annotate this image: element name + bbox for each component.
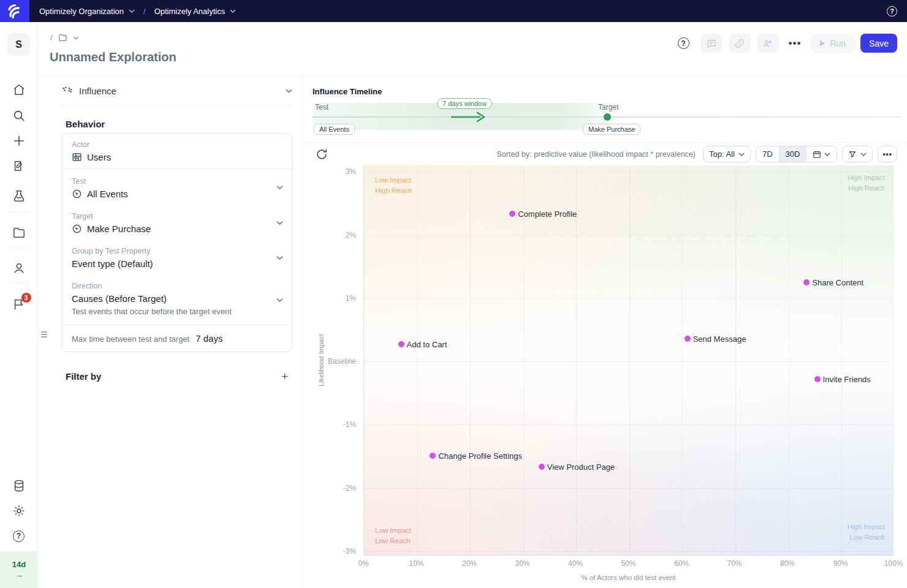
breadcrumb[interactable]: / xyxy=(50,33,79,42)
search-icon[interactable] xyxy=(12,109,26,123)
header-help-button[interactable]: ? xyxy=(678,37,689,49)
chevron-down-icon xyxy=(276,221,283,225)
actor-field[interactable]: Actor Users xyxy=(62,134,292,169)
gridline-horizontal xyxy=(364,172,893,172)
test-field[interactable]: Test All Events xyxy=(62,169,292,205)
exploration-mode-selector[interactable]: Influence xyxy=(61,77,292,105)
notifications-flag-icon[interactable]: 3 xyxy=(12,298,26,311)
add-filter-button[interactable]: + xyxy=(281,371,288,382)
top-filter-dropdown[interactable]: Top: All xyxy=(703,146,751,162)
event-icon xyxy=(72,189,82,199)
chevron-down-icon[interactable] xyxy=(73,36,79,40)
x-tick-label: 70% xyxy=(727,559,742,568)
chart-more-button[interactable]: ••• xyxy=(878,146,897,162)
scatter-point-label: Send Message xyxy=(693,334,746,343)
help-icon[interactable]: ? xyxy=(12,529,26,543)
topbar-help-button[interactable]: ? xyxy=(887,6,897,17)
timeline-target-label: Target xyxy=(598,103,618,111)
panel-resize-grip[interactable] xyxy=(39,330,49,339)
actor-label: Actor xyxy=(72,140,282,149)
timeline-test-label: Test xyxy=(315,103,328,111)
product-name: Optimizely Analytics xyxy=(154,7,226,16)
quadrant-label-top-left: Low ImpactHigh Reach xyxy=(375,175,907,217)
org-switcher[interactable]: Optimizely Organization xyxy=(39,7,135,16)
trial-countdown[interactable]: 14d → xyxy=(0,551,38,588)
quadrant-label-top-right: High ImpactHigh Reach xyxy=(848,173,885,194)
settings-gear-icon[interactable] xyxy=(12,504,26,518)
gridline-horizontal xyxy=(364,235,893,236)
chevron-down-icon xyxy=(860,153,867,156)
scatter-point[interactable] xyxy=(685,336,691,342)
config-panel: Influence Behavior Actor Users Test All … xyxy=(38,77,303,588)
timeline-window-badge[interactable]: 7 days window xyxy=(437,98,492,109)
product-switcher[interactable]: Optimizely Analytics xyxy=(154,7,237,16)
test-label: Test xyxy=(72,177,282,186)
header-actions: ? ••• Run Save xyxy=(678,34,897,53)
gridline-vertical xyxy=(417,165,418,555)
optimizely-logo[interactable] xyxy=(0,0,29,22)
data-sources-icon[interactable] xyxy=(12,479,26,492)
rail-divider xyxy=(9,283,29,284)
folder-icon[interactable] xyxy=(12,226,26,239)
scatter-point[interactable] xyxy=(539,464,545,470)
gridline-vertical xyxy=(735,165,736,555)
gridline-vertical xyxy=(682,165,683,555)
direction-description: Test events that occur before the target… xyxy=(72,307,282,316)
scatter-point[interactable] xyxy=(430,453,436,459)
sorted-by-text: Sorted by: predictive value (likelihood … xyxy=(497,150,696,159)
influence-icon xyxy=(61,86,73,96)
direction-field[interactable]: Direction Causes (Before Target) Test ev… xyxy=(62,275,292,325)
y-tick-label: -1% xyxy=(343,420,356,429)
create-new-icon[interactable] xyxy=(12,134,26,148)
home-icon[interactable] xyxy=(12,83,26,97)
profile-icon[interactable] xyxy=(12,262,26,275)
target-field[interactable]: Target Make Purchase xyxy=(62,205,292,240)
chevron-down-icon xyxy=(286,89,292,93)
trial-arrow-icon: → xyxy=(15,570,23,579)
influence-scatter-chart: Likelihood Impact 3%2%1%Baseline-1%-2%-3… xyxy=(309,165,902,588)
collaborators-button[interactable] xyxy=(757,34,779,53)
chart-toolbar: Sorted by: predictive value (likelihood … xyxy=(315,146,897,162)
refresh-icon[interactable] xyxy=(315,148,328,161)
x-tick-label: 40% xyxy=(568,559,583,568)
funnel-icon xyxy=(848,150,857,159)
scatter-point[interactable] xyxy=(814,376,821,382)
chart-filter-dropdown[interactable] xyxy=(842,146,873,162)
save-button[interactable]: Save xyxy=(860,34,897,53)
gridline-horizontal xyxy=(364,488,893,489)
scatter-point-label: Change Profile Settings xyxy=(438,451,522,460)
max-time-label: Max time between test and target xyxy=(72,334,189,344)
share-link-button[interactable] xyxy=(729,34,751,53)
run-button[interactable]: Run xyxy=(811,34,854,53)
direction-label: Direction xyxy=(72,282,282,290)
range-30d-button[interactable]: 30D xyxy=(780,146,807,162)
custom-date-button[interactable] xyxy=(806,146,837,162)
gridline-vertical xyxy=(841,165,842,555)
target-value: Make Purchase xyxy=(87,224,151,234)
gridline-vertical xyxy=(523,165,524,555)
gridline-vertical xyxy=(788,165,789,555)
experiments-icon[interactable] xyxy=(12,189,26,203)
timeline-target-event-badge[interactable]: Make Purchase xyxy=(583,124,640,135)
direction-value: Causes (Before Target) xyxy=(72,293,167,304)
scatter-point[interactable] xyxy=(803,279,810,285)
breadcrumb-separator: / xyxy=(50,33,53,42)
group-by-field[interactable]: Group by Test Property Event type (Defau… xyxy=(62,240,292,275)
gridline-vertical xyxy=(470,165,471,555)
workspace-avatar[interactable]: S xyxy=(7,33,30,56)
explorations-icon[interactable] xyxy=(12,159,26,173)
page-title[interactable]: Unnamed Exploration xyxy=(50,50,176,64)
x-tick-label: 90% xyxy=(833,559,848,568)
max-time-field[interactable]: Max time between test and target 7 days xyxy=(62,325,292,352)
timeline-start-event-badge[interactable]: All Events xyxy=(314,124,355,135)
x-tick-label: 60% xyxy=(674,559,689,568)
comments-button[interactable] xyxy=(700,34,723,53)
scatter-point[interactable] xyxy=(398,341,404,347)
quadrant-label-bottom-left: Low ImpactLow Reach xyxy=(375,526,411,546)
range-7d-button[interactable]: 7D xyxy=(756,146,780,162)
folder-icon[interactable] xyxy=(58,33,68,42)
max-time-value: 7 days xyxy=(195,333,222,344)
gridline-vertical xyxy=(629,165,630,555)
more-options-button[interactable]: ••• xyxy=(785,37,805,50)
scatter-point[interactable] xyxy=(509,211,515,217)
